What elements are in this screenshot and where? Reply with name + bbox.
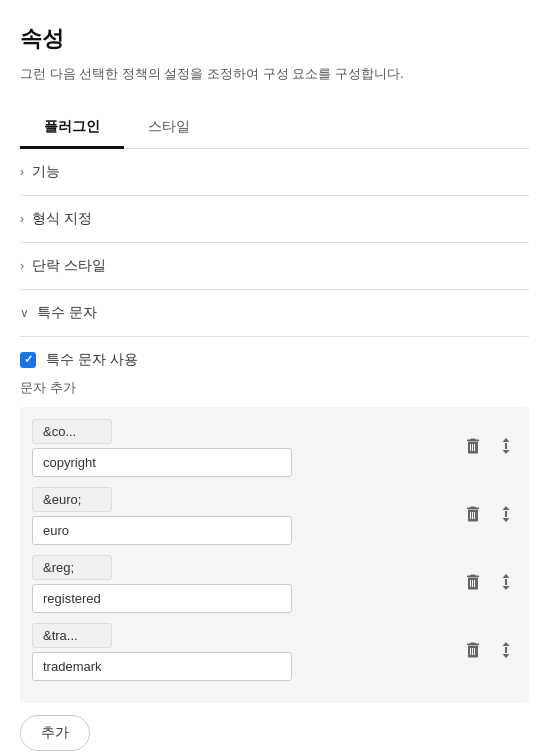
accordion-label-features: 기능 — [32, 163, 60, 181]
char-input-row-copyright — [32, 448, 449, 477]
checkmark-icon: ✓ — [24, 353, 33, 366]
add-char-button[interactable]: 추가 — [20, 715, 90, 751]
move-button-registered[interactable] — [495, 569, 517, 599]
page-title: 속성 — [20, 24, 529, 54]
updown-icon-registered — [499, 573, 513, 595]
chevron-right-icon-3: › — [20, 259, 24, 273]
accordion-header-special-char[interactable]: ∨ 특수 문자 — [20, 290, 529, 337]
char-tag-copyright: &co... — [32, 419, 112, 444]
delete-button-euro[interactable] — [461, 501, 485, 531]
char-input-row-trademark — [32, 652, 449, 681]
list-item: &euro; — [32, 487, 517, 545]
trash-icon-registered — [465, 573, 481, 595]
move-button-trademark[interactable] — [495, 637, 517, 667]
page-description: 그런 다음 선택한 정책의 설정을 조정하여 구성 요소를 구성합니다. — [20, 64, 529, 84]
char-item-registered: &reg; — [32, 555, 449, 613]
trash-icon-copyright — [465, 437, 481, 459]
trash-icon-euro — [465, 505, 481, 527]
accordion-label-paragraph: 단락 스타일 — [32, 257, 106, 275]
chevron-right-icon-2: › — [20, 212, 24, 226]
tab-style[interactable]: 스타일 — [124, 108, 214, 149]
accordion-section-format: › 형식 지정 — [20, 196, 529, 243]
list-item: &reg; — [32, 555, 517, 613]
char-input-registered[interactable] — [32, 584, 292, 613]
checkbox-special-char-enable[interactable]: ✓ — [20, 352, 36, 368]
char-input-row-registered — [32, 584, 449, 613]
updown-icon-copyright — [499, 437, 513, 459]
char-tag-row-trademark: &tra... — [32, 623, 449, 648]
move-button-copyright[interactable] — [495, 433, 517, 463]
char-item-euro: &euro; — [32, 487, 449, 545]
char-actions-copyright — [461, 433, 517, 463]
delete-button-copyright[interactable] — [461, 433, 485, 463]
accordion-section-paragraph: › 단락 스타일 — [20, 243, 529, 290]
char-input-copyright[interactable] — [32, 448, 292, 477]
checkbox-label-special-char: 특수 문자 사용 — [46, 351, 138, 369]
accordion-header-paragraph[interactable]: › 단락 스타일 — [20, 243, 529, 289]
char-list-label: 문자 추가 — [20, 379, 529, 397]
chevron-right-icon: › — [20, 165, 24, 179]
char-item-copyright: &co... — [32, 419, 449, 477]
delete-button-registered[interactable] — [461, 569, 485, 599]
char-tag-row-euro: &euro; — [32, 487, 449, 512]
char-input-row-euro — [32, 516, 449, 545]
list-item: &tra... — [32, 623, 517, 681]
trash-icon-trademark — [465, 641, 481, 663]
char-tag-registered: &reg; — [32, 555, 112, 580]
chevron-down-icon: ∨ — [20, 306, 29, 320]
char-tag-row-copyright: &co... — [32, 419, 449, 444]
delete-button-trademark[interactable] — [461, 637, 485, 667]
accordion-header-features[interactable]: › 기능 — [20, 149, 529, 195]
move-button-euro[interactable] — [495, 501, 517, 531]
updown-icon-trademark — [499, 641, 513, 663]
char-list-container: &co... — [20, 407, 529, 703]
accordion-label-special-char: 특수 문자 — [37, 304, 97, 322]
char-input-trademark[interactable] — [32, 652, 292, 681]
special-char-content: ✓ 특수 문자 사용 문자 추가 &co... — [20, 337, 529, 757]
accordion-label-format: 형식 지정 — [32, 210, 92, 228]
checkbox-row-special-char: ✓ 특수 문자 사용 — [20, 337, 529, 379]
char-actions-trademark — [461, 637, 517, 667]
tab-plugin[interactable]: 플러그인 — [20, 108, 124, 149]
char-tag-euro: &euro; — [32, 487, 112, 512]
char-actions-registered — [461, 569, 517, 599]
accordion-section-features: › 기능 — [20, 149, 529, 196]
updown-icon-euro — [499, 505, 513, 527]
tab-bar: 플러그인 스타일 — [20, 108, 529, 149]
char-tag-trademark: &tra... — [32, 623, 112, 648]
list-item: &co... — [32, 419, 517, 477]
accordion-section-special-char: ∨ 특수 문자 ✓ 특수 문자 사용 문자 추가 &co... — [20, 290, 529, 757]
char-actions-euro — [461, 501, 517, 531]
char-tag-row-registered: &reg; — [32, 555, 449, 580]
char-item-trademark: &tra... — [32, 623, 449, 681]
accordion-header-format[interactable]: › 형식 지정 — [20, 196, 529, 242]
char-input-euro[interactable] — [32, 516, 292, 545]
